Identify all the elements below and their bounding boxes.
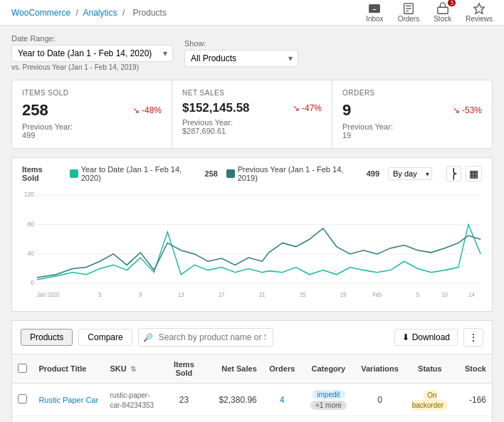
row1-sku-text: rustic-paper-car-84234353 bbox=[110, 391, 154, 409]
stock-label: Stock bbox=[434, 15, 451, 23]
svg-text:120: 120 bbox=[24, 191, 34, 198]
breadcrumb-woocommerce[interactable]: WooCommerce bbox=[11, 8, 70, 18]
col-header-net: Net Sales bbox=[204, 354, 262, 384]
stock-badge: 3 bbox=[448, 0, 456, 6]
row1-orders-link[interactable]: 4 bbox=[280, 395, 285, 405]
by-day-wrapper: By day bbox=[388, 167, 432, 180]
reviews-nav[interactable]: Reviews bbox=[466, 2, 493, 23]
stat-orders: ORDERS 9 ↘ -53% Previous Year: 19 bbox=[332, 80, 492, 148]
col-header-sku[interactable]: SKU ⇅ bbox=[104, 354, 163, 384]
col-header-check bbox=[12, 354, 33, 384]
svg-text:29: 29 bbox=[340, 291, 347, 297]
legend2-label: Previous Year (Jan 1 - Feb 14, 2019) bbox=[238, 165, 364, 182]
svg-text:25: 25 bbox=[300, 291, 306, 297]
show-select[interactable]: All Products bbox=[184, 50, 298, 67]
stat-orders-prev-label: Previous Year: bbox=[342, 122, 482, 131]
chart-container: 120 80 40 0 Jan 2020 5 9 13 17 21 bbox=[22, 188, 482, 304]
orders-label: Orders bbox=[398, 15, 420, 23]
stat-items-sold-value: 258 bbox=[22, 101, 48, 120]
products-table: Product Title SKU ⇅ Items Sold Net Sales… bbox=[12, 354, 492, 422]
stat-net-sales-prev-value: $287,690.61 bbox=[182, 127, 322, 135]
stat-items-sold-change: ↘ -48% bbox=[132, 105, 162, 115]
legend2-checkbox[interactable] bbox=[226, 169, 235, 178]
legend1-checkbox[interactable] bbox=[70, 169, 78, 178]
legend1-label: Year to Date (Jan 1 - Feb 14, 2020) bbox=[81, 165, 202, 182]
svg-text:5: 5 bbox=[416, 291, 420, 297]
svg-text:14: 14 bbox=[469, 291, 476, 297]
col-header-variations: Variations bbox=[355, 354, 404, 384]
stats-row: ITEMS SOLD 258 ↘ -48% Previous Year: 499… bbox=[11, 80, 493, 149]
row2-category: aperiam +1 more bbox=[302, 416, 355, 423]
show-group: Show: All Products bbox=[184, 39, 298, 67]
stat-orders-label: ORDERS bbox=[342, 89, 482, 97]
row1-checkbox[interactable] bbox=[18, 394, 27, 403]
product-search-input[interactable] bbox=[138, 328, 273, 347]
row1-status: On backorder bbox=[404, 384, 456, 416]
legend2-value: 499 bbox=[367, 169, 379, 178]
more-options-button[interactable]: ⋮ bbox=[463, 328, 483, 347]
row1-product-link[interactable]: Rustic Paper Car bbox=[38, 396, 98, 404]
reviews-label: Reviews bbox=[466, 15, 493, 23]
row2-orders: 5 bbox=[263, 416, 302, 423]
date-range-select-wrapper: Year to Date (Jan 1 - Feb 14, 2020) bbox=[11, 45, 173, 62]
table-header-row: Product Title SKU ⇅ Items Sold Net Sales… bbox=[12, 354, 492, 384]
download-label: Download bbox=[412, 332, 450, 342]
products-section: Products Compare ⬇ Download ⋮ Product Ti… bbox=[11, 320, 493, 422]
svg-text:0: 0 bbox=[31, 279, 34, 286]
download-icon: ⬇ bbox=[402, 332, 409, 342]
date-range-select[interactable]: Year to Date (Jan 1 - Feb 14, 2020) bbox=[11, 45, 173, 62]
stat-items-sold: ITEMS SOLD 258 ↘ -48% Previous Year: 499 bbox=[12, 80, 172, 148]
row1-stock: -166 bbox=[456, 384, 492, 416]
filters-row: Date Range: Year to Date (Jan 1 - Feb 14… bbox=[11, 34, 493, 71]
col-header-orders: Orders bbox=[263, 354, 302, 384]
top-nav: WooCommerce / Analytics / Products Inbox… bbox=[0, 0, 504, 26]
row2-check bbox=[12, 416, 33, 423]
show-select-wrapper: All Products bbox=[184, 50, 298, 67]
col-header-stock: Stock bbox=[456, 354, 492, 384]
row1-cat-more[interactable]: +1 more bbox=[310, 401, 347, 410]
table-row: Mediocre Cotton Table mediocre-cotton-ta… bbox=[12, 416, 492, 423]
main-content: Date Range: Year to Date (Jan 1 - Feb 14… bbox=[0, 26, 504, 422]
svg-text:40: 40 bbox=[28, 250, 35, 257]
stat-items-sold-prev-value: 499 bbox=[22, 131, 162, 139]
legend2: Previous Year (Jan 1 - Feb 14, 2019) 499 bbox=[226, 165, 379, 182]
breadcrumb-analytics[interactable]: Analytics bbox=[83, 8, 117, 18]
legend1: Year to Date (Jan 1 - Feb 14, 2020) 258 bbox=[70, 165, 218, 182]
orders-nav[interactable]: Orders bbox=[398, 2, 420, 23]
row1-orders: 4 bbox=[263, 384, 302, 416]
chart-line-icon[interactable]: ⎬ bbox=[446, 166, 461, 181]
row1-net-sales: $2,380.96 bbox=[204, 384, 262, 416]
chart-controls: Items Sold Year to Date (Jan 1 - Feb 14,… bbox=[22, 165, 482, 182]
nav-icons: Inbox Orders 3 Stock Reviews bbox=[366, 2, 493, 23]
stat-net-sales: NET SALES $152,145.58 ↘ -47% Previous Ye… bbox=[172, 80, 332, 148]
row2-stock: N/A bbox=[456, 416, 492, 423]
row1-check bbox=[12, 384, 33, 416]
products-toolbar: Products Compare ⬇ Download ⋮ bbox=[12, 321, 492, 354]
breadcrumb: WooCommerce / Analytics / Products bbox=[11, 8, 169, 18]
row1-sku: rustic-paper-car-84234353 bbox=[104, 384, 163, 416]
row1-title: Rustic Paper Car bbox=[33, 384, 104, 416]
download-button[interactable]: ⬇ Download bbox=[394, 329, 458, 346]
row1-cat-tag[interactable]: impedit bbox=[312, 390, 345, 399]
row2-status: N/A bbox=[404, 416, 456, 423]
stat-items-sold-prev-label: Previous Year: bbox=[22, 122, 162, 131]
date-range-group: Date Range: Year to Date (Jan 1 - Feb 14… bbox=[11, 34, 173, 71]
compare-tab[interactable]: Compare bbox=[78, 329, 132, 346]
inbox-nav[interactable]: Inbox bbox=[366, 2, 383, 23]
row2-net-sales: $20,823.39 bbox=[204, 416, 262, 423]
select-all-checkbox[interactable] bbox=[18, 364, 27, 373]
row1-items-sold: 23 bbox=[163, 384, 204, 416]
by-day-select[interactable]: By day bbox=[388, 167, 432, 180]
stat-orders-value: 9 bbox=[342, 101, 351, 120]
chart-bar-icon[interactable]: ▦ bbox=[466, 166, 482, 181]
row2-sku: mediocre-cotton-table-59648765 bbox=[104, 416, 163, 423]
svg-text:21: 21 bbox=[259, 291, 266, 297]
inbox-label: Inbox bbox=[366, 15, 383, 23]
row2-title: Mediocre Cotton Table bbox=[33, 416, 104, 423]
col-header-sold: Items Sold bbox=[163, 354, 204, 384]
svg-text:13: 13 bbox=[178, 291, 184, 297]
products-tab[interactable]: Products bbox=[21, 329, 73, 346]
date-range-sub: vs. Previous Year (Jan 1 - Feb 14, 2019) bbox=[11, 63, 173, 71]
stat-net-sales-value: $152,145.58 bbox=[182, 101, 250, 115]
stock-nav[interactable]: 3 Stock bbox=[434, 2, 451, 23]
